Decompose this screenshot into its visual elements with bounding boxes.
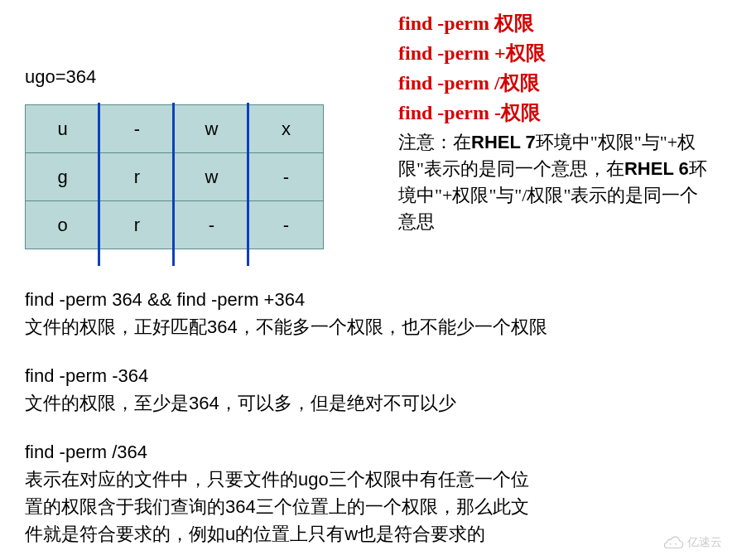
- example-command: find -perm -364: [25, 362, 707, 389]
- syntax-line: find -perm 权限: [398, 8, 707, 38]
- cell: -: [100, 105, 175, 153]
- syntax-arg: -权限: [494, 102, 541, 123]
- cell: x: [249, 105, 324, 153]
- syntax-arg: /权限: [494, 72, 540, 94]
- svg-point-1: [675, 543, 677, 545]
- note-text: 注意：在RHEL 7环境中"权限"与"+权限"表示的是同一个意思，在RHEL 6…: [398, 129, 707, 235]
- perm-table-wrapper: u - w x g r w - o r - -: [25, 104, 324, 249]
- vertical-line: [172, 103, 175, 266]
- watermark: 亿速云: [662, 535, 722, 550]
- cell: g: [26, 153, 100, 201]
- example-description: 表示在对应的文件中，只要文件的ugo三个权限中有任意一个位置的权限含于我们查询的…: [25, 466, 538, 548]
- syntax-cmd: find -perm: [398, 72, 494, 94]
- note-part: 注意：在: [398, 132, 471, 152]
- cell: -: [249, 201, 324, 249]
- vertical-line: [247, 103, 249, 266]
- syntax-arg: 权限: [494, 12, 534, 34]
- syntax-cmd: find -perm: [398, 12, 494, 34]
- example-description: 文件的权限，至少是364，可以多，但是绝对不可以少: [25, 389, 707, 417]
- cell: w: [175, 153, 249, 201]
- cell: w: [175, 105, 249, 153]
- example-section: find -perm /364 表示在对应的文件中，只要文件的ugo三个权限中有…: [25, 438, 707, 548]
- watermark-text: 亿速云: [687, 535, 722, 550]
- ugo-label: ugo=364: [25, 66, 324, 88]
- cell: -: [249, 153, 324, 201]
- syntax-cmd: find -perm: [398, 42, 494, 64]
- body-text: find -perm 364 && find -perm +364 文件的权限，…: [25, 286, 707, 548]
- left-column: ugo=364 u - w x g r w - o r -: [25, 8, 324, 253]
- example-command: find -perm 364 && find -perm +364: [25, 286, 707, 313]
- syntax-line: find -perm -权限: [398, 98, 707, 128]
- note-rhel6: RHEL 6: [624, 158, 689, 179]
- example-section: find -perm 364 && find -perm +364 文件的权限，…: [25, 286, 707, 340]
- syntax-line: find -perm +权限: [398, 38, 707, 68]
- right-column: find -perm 权限 find -perm +权限 find -perm …: [398, 8, 707, 235]
- cell: r: [100, 201, 175, 249]
- example-command: find -perm /364: [25, 438, 707, 466]
- note-rhel7: RHEL 7: [471, 132, 536, 152]
- example-description: 文件的权限，正好匹配364，不能多一个权限，也不能少一个权限: [25, 313, 707, 340]
- cell: o: [26, 201, 100, 249]
- syntax-line: find -perm /权限: [398, 68, 707, 98]
- cloud-icon: [662, 536, 684, 549]
- cell: -: [175, 201, 249, 249]
- cell: u: [26, 105, 100, 153]
- cell: r: [100, 153, 175, 201]
- example-section: find -perm -364 文件的权限，至少是364，可以多，但是绝对不可以…: [25, 362, 707, 417]
- syntax-cmd: find -perm: [398, 102, 494, 123]
- svg-point-0: [670, 543, 672, 545]
- syntax-arg: +权限: [494, 42, 546, 64]
- vertical-line: [98, 103, 100, 266]
